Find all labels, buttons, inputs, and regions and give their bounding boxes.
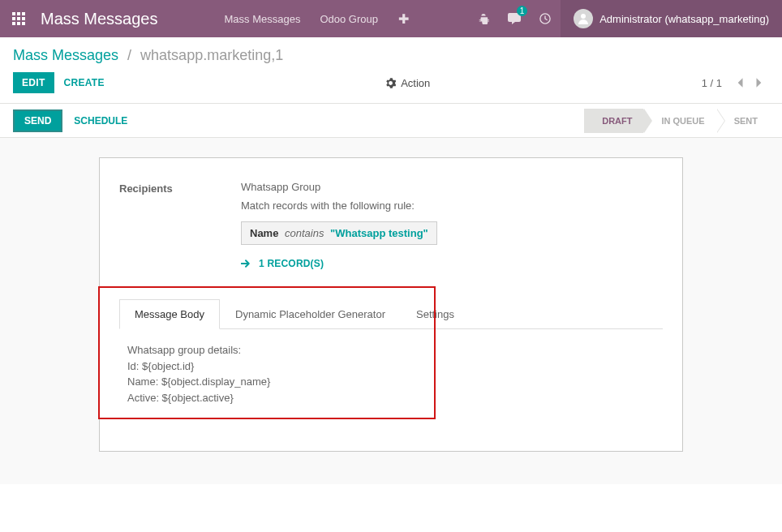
- arrow-right-icon: [241, 259, 251, 268]
- user-name-label: Administrator (whatsapp_marketing): [599, 13, 769, 25]
- message-body-line-2: Name: ${object.display_name}: [127, 374, 655, 390]
- edit-button[interactable]: Edit: [13, 72, 54, 93]
- tab-dynamic-placeholder[interactable]: Dynamic Placeholder Generator: [220, 299, 401, 329]
- rule-field: Name: [250, 227, 278, 239]
- navbar-left: Mass Messages: [0, 0, 174, 37]
- person-icon: [577, 12, 590, 25]
- records-count-link[interactable]: 1 RECORD(S): [259, 258, 324, 269]
- message-body-line-3: Active: ${object.active}: [127, 390, 655, 406]
- app-title: Mass Messages: [37, 10, 174, 28]
- action-dropdown[interactable]: Action: [114, 77, 702, 89]
- breadcrumb-root[interactable]: Mass Messages: [13, 47, 118, 63]
- svg-point-10: [581, 14, 586, 19]
- user-menu[interactable]: Administrator (whatsapp_marketing): [561, 0, 782, 37]
- svg-rect-4: [17, 17, 20, 20]
- messaging-button[interactable]: 1: [499, 0, 530, 37]
- messages-badge: 1: [517, 6, 528, 16]
- records-link-row: 1 RECORD(S): [241, 258, 663, 269]
- pager-position: 1 / 1: [702, 77, 722, 89]
- chevron-right-icon: [755, 77, 763, 88]
- rule-value: "Whatsapp testing": [330, 227, 428, 239]
- svg-rect-7: [17, 22, 20, 25]
- stage-draft[interactable]: DRAFT: [584, 109, 643, 133]
- message-body-line-1: Id: ${object.id}: [127, 358, 655, 375]
- status-left-buttons: Send Schedule: [13, 104, 139, 137]
- breadcrumb-current: whatsapp.marketing,1: [140, 47, 283, 63]
- user-avatar: [574, 9, 593, 28]
- tabs-bar: Message Body Dynamic Placeholder Generat…: [119, 298, 663, 329]
- match-records-text: Match records with the following rule:: [241, 200, 663, 212]
- form-sheet: Recipients Whatsapp Group Match records …: [99, 157, 683, 452]
- menu-item-mass-messages[interactable]: Mass Messages: [215, 0, 311, 37]
- bug-icon: [478, 13, 489, 24]
- domain-rule-box: Name contains "Whatsapp testing": [241, 221, 437, 245]
- control-row: Edit Create Action 1 / 1: [0, 64, 782, 103]
- svg-rect-0: [12, 12, 15, 15]
- top-navbar: Mass Messages Mass Messages Odoo Group ✚…: [0, 0, 782, 37]
- message-body-line-0: Whatsapp group details:: [127, 342, 655, 358]
- menu-add-button[interactable]: ✚: [388, 0, 420, 37]
- navbar-menu: Mass Messages Odoo Group ✚: [215, 0, 420, 37]
- recipients-row: Recipients Whatsapp Group Match records …: [119, 181, 663, 269]
- breadcrumb-row: Mass Messages / whatsapp.marketing,1: [0, 37, 782, 64]
- svg-rect-6: [12, 22, 15, 25]
- recipients-value-col: Whatsapp Group Match records with the fo…: [241, 181, 663, 269]
- gear-icon: [385, 78, 396, 88]
- apps-menu-button[interactable]: [0, 0, 37, 37]
- svg-rect-8: [22, 22, 25, 25]
- breadcrumb-separator: /: [127, 47, 131, 63]
- recipients-value: Whatsapp Group: [241, 181, 663, 193]
- stage-in-queue[interactable]: IN QUEUE: [643, 109, 715, 133]
- tab-message-body-content: Whatsapp group details: Id: ${object.id}…: [119, 329, 663, 418]
- svg-rect-3: [12, 17, 15, 20]
- create-button[interactable]: Create: [54, 73, 114, 92]
- tabs-container: Message Body Dynamic Placeholder Generat…: [119, 298, 663, 418]
- menu-item-odoo-group[interactable]: Odoo Group: [310, 0, 388, 37]
- pager: 1 / 1: [702, 73, 769, 92]
- svg-rect-1: [17, 12, 20, 15]
- tab-message-body[interactable]: Message Body: [119, 299, 220, 329]
- action-label: Action: [401, 77, 430, 89]
- breadcrumb: Mass Messages / whatsapp.marketing,1: [13, 47, 283, 63]
- navbar-right: 1 Administrator (whatsapp_marketing): [468, 0, 782, 37]
- apps-grid-icon: [12, 12, 25, 25]
- pager-prev[interactable]: [730, 73, 750, 92]
- sheet-wrapper: Recipients Whatsapp Group Match records …: [0, 137, 782, 484]
- activities-button[interactable]: [530, 0, 561, 37]
- chevron-left-icon: [736, 77, 744, 88]
- svg-rect-2: [22, 12, 25, 15]
- plus-icon: ✚: [398, 11, 409, 27]
- send-button[interactable]: Send: [13, 109, 62, 132]
- rule-operator: contains: [285, 227, 324, 239]
- debug-button[interactable]: [468, 0, 499, 37]
- clock-icon: [539, 13, 551, 24]
- schedule-button[interactable]: Schedule: [62, 111, 139, 131]
- recipients-label: Recipients: [119, 181, 241, 195]
- pager-next[interactable]: [750, 73, 769, 92]
- status-stages: DRAFT IN QUEUE SENT: [584, 104, 769, 137]
- tab-settings[interactable]: Settings: [401, 299, 470, 329]
- status-bar: Send Schedule DRAFT IN QUEUE SENT: [0, 103, 782, 137]
- sheet-wrapper-inner: Recipients Whatsapp Group Match records …: [0, 138, 782, 484]
- pager-arrows: [730, 73, 769, 92]
- svg-rect-5: [22, 17, 25, 20]
